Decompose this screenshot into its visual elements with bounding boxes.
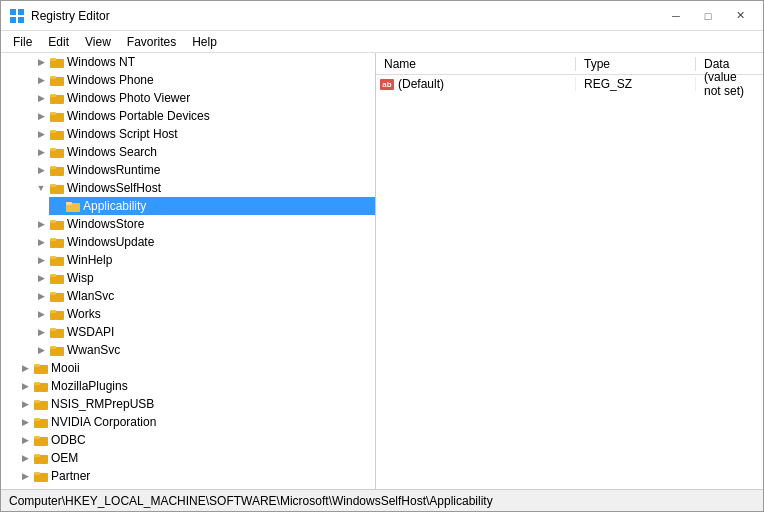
tree-item-winportable[interactable]: ▶ Windows Portable Devices xyxy=(33,107,375,125)
expand-winphone[interactable]: ▶ xyxy=(33,75,49,85)
svg-rect-45 xyxy=(34,418,40,421)
tree-label-oem: OEM xyxy=(51,451,78,465)
tree-item-winstore[interactable]: ▶ WindowsStore xyxy=(33,215,375,233)
tree-label-works: Works xyxy=(67,307,101,321)
tree-label-odbc: ODBC xyxy=(51,433,86,447)
tree-item-winsearch[interactable]: ▶ Windows Search xyxy=(33,143,375,161)
title-bar: Registry Editor ─ □ ✕ xyxy=(1,1,763,31)
svg-rect-51 xyxy=(34,472,40,475)
folder-icon-applicability xyxy=(65,199,81,213)
svg-rect-9 xyxy=(50,94,56,97)
expand-wsdapi[interactable]: ▶ xyxy=(33,327,49,337)
tree-item-partner[interactable]: ▶ Partner xyxy=(17,467,375,485)
tree-item-wlansvc[interactable]: ▶ WlanSvc xyxy=(33,287,375,305)
folder-icon-mozillaplugins xyxy=(33,379,49,393)
expand-partner[interactable]: ▶ xyxy=(17,471,33,481)
tree-label-winupdate: WindowsUpdate xyxy=(67,235,154,249)
expand-winnt[interactable]: ▶ xyxy=(33,57,49,67)
svg-rect-2 xyxy=(10,17,16,23)
svg-rect-0 xyxy=(10,9,16,15)
tree-label-partner: Partner xyxy=(51,469,90,483)
window-title: Registry Editor xyxy=(31,9,110,23)
svg-rect-11 xyxy=(50,112,56,115)
folder-icon-winscript xyxy=(49,127,65,141)
close-button[interactable]: ✕ xyxy=(725,6,755,26)
tree-item-works[interactable]: ▶ Works xyxy=(33,305,375,323)
menu-help[interactable]: Help xyxy=(184,31,225,53)
folder-icon-oem xyxy=(33,451,49,465)
svg-rect-19 xyxy=(50,184,56,187)
tree-item-odbc[interactable]: ▶ ODBC xyxy=(17,431,375,449)
tree-item-nvidia[interactable]: ▶ NVIDIA Corporation xyxy=(17,413,375,431)
folder-icon-wlansvc xyxy=(49,289,65,303)
svg-rect-5 xyxy=(50,58,56,61)
tree-label-wlansvc: WlanSvc xyxy=(67,289,114,303)
tree-item-winscript[interactable]: ▶ Windows Script Host xyxy=(33,125,375,143)
col-header-data: Data xyxy=(696,57,763,71)
expand-winruntime[interactable]: ▶ xyxy=(33,165,49,175)
expand-mozillaplugins[interactable]: ▶ xyxy=(17,381,33,391)
expand-winstore[interactable]: ▶ xyxy=(33,219,49,229)
expand-wisp[interactable]: ▶ xyxy=(33,273,49,283)
status-path: Computer\HKEY_LOCAL_MACHINE\SOFTWARE\Mic… xyxy=(9,494,493,508)
expand-winselfhost[interactable]: ▼ xyxy=(33,183,49,193)
tree-item-wisp[interactable]: ▶ Wisp xyxy=(33,269,375,287)
expand-winhelp[interactable]: ▶ xyxy=(33,255,49,265)
expand-nvidia[interactable]: ▶ xyxy=(17,417,33,427)
svg-rect-49 xyxy=(34,454,40,457)
expand-wwansvc[interactable]: ▶ xyxy=(33,345,49,355)
tree-item-mooii[interactable]: ▶ Mooii xyxy=(17,359,375,377)
tree-item-mozillaplugins[interactable]: ▶ MozillaPlugins xyxy=(17,377,375,395)
svg-rect-31 xyxy=(50,292,56,295)
folder-icon-winportable xyxy=(49,109,65,123)
tree-item-winphone[interactable]: ▶ Windows Phone xyxy=(33,71,375,89)
tree-item-wwansvc[interactable]: ▶ WwanSvc xyxy=(33,341,375,359)
tree-item-winphotoviewer[interactable]: ▶ Windows Photo Viewer xyxy=(33,89,375,107)
expand-nsis[interactable]: ▶ xyxy=(17,399,33,409)
expand-winsearch[interactable]: ▶ xyxy=(33,147,49,157)
expand-odbc[interactable]: ▶ xyxy=(17,435,33,445)
tree-label-winphone: Windows Phone xyxy=(67,73,154,87)
svg-rect-1 xyxy=(18,9,24,15)
folder-icon-winruntime xyxy=(49,163,65,177)
registry-icon xyxy=(9,8,25,24)
expand-mooii[interactable]: ▶ xyxy=(17,363,33,373)
tree-item-applicability[interactable]: Applicability xyxy=(49,197,375,215)
tree-label-winstore: WindowsStore xyxy=(67,217,144,231)
expand-winportable[interactable]: ▶ xyxy=(33,111,49,121)
tree-item-winruntime[interactable]: ▶ WindowsRuntime xyxy=(33,161,375,179)
expand-winscript[interactable]: ▶ xyxy=(33,129,49,139)
menu-favorites[interactable]: Favorites xyxy=(119,31,184,53)
minimize-button[interactable]: ─ xyxy=(661,6,691,26)
expand-oem[interactable]: ▶ xyxy=(17,453,33,463)
folder-icon-wsdapi xyxy=(49,325,65,339)
detail-cell-data-default: (value not set) xyxy=(696,70,763,98)
expand-winupdate[interactable]: ▶ xyxy=(33,237,49,247)
folder-icon-winselfhost xyxy=(49,181,65,195)
menu-edit[interactable]: Edit xyxy=(40,31,77,53)
tree-item-winselfhost[interactable]: ▼ WindowsSelfHost xyxy=(33,179,375,197)
tree-pane[interactable]: ▶ Windows NT ▶ Windows Phone ▶ xyxy=(1,53,376,489)
menu-view[interactable]: View xyxy=(77,31,119,53)
tree-item-winnt[interactable]: ▶ Windows NT xyxy=(33,53,375,71)
svg-rect-3 xyxy=(18,17,24,23)
detail-cell-name-default: ab (Default) xyxy=(376,77,576,91)
menu-file[interactable]: File xyxy=(5,31,40,53)
tree-item-oem[interactable]: ▶ OEM xyxy=(17,449,375,467)
detail-row-default[interactable]: ab (Default) REG_SZ (value not set) xyxy=(376,75,763,93)
folder-icon-winphotoviewer xyxy=(49,91,65,105)
col-header-type: Type xyxy=(576,57,696,71)
tree-item-winhelp[interactable]: ▶ WinHelp xyxy=(33,251,375,269)
folder-icon-mooii xyxy=(33,361,49,375)
svg-rect-7 xyxy=(50,76,56,79)
tree-item-wsdapi[interactable]: ▶ WSDAPI xyxy=(33,323,375,341)
expand-works[interactable]: ▶ xyxy=(33,309,49,319)
tree-label-winnt: Windows NT xyxy=(67,55,135,69)
expand-wlansvc[interactable]: ▶ xyxy=(33,291,49,301)
tree-item-winupdate[interactable]: ▶ WindowsUpdate xyxy=(33,233,375,251)
svg-rect-33 xyxy=(50,310,56,313)
tree-item-nsis[interactable]: ▶ NSIS_RMPrepUSB xyxy=(17,395,375,413)
maximize-button[interactable]: □ xyxy=(693,6,723,26)
title-bar-left: Registry Editor xyxy=(9,8,110,24)
expand-winphotoviewer[interactable]: ▶ xyxy=(33,93,49,103)
